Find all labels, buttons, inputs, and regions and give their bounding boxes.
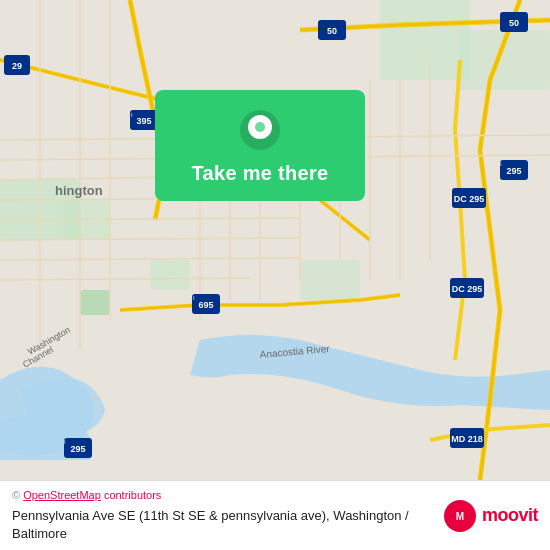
svg-text:50: 50 — [327, 26, 337, 36]
svg-text:M: M — [456, 511, 464, 522]
svg-rect-3 — [150, 260, 190, 290]
moovit-icon: M — [444, 500, 476, 532]
map-container: 29 50 50 I 395 I 695 DC 295 DC 295 MD 21… — [0, 0, 550, 480]
svg-rect-7 — [80, 290, 110, 315]
moovit-logo: M moovit — [444, 500, 538, 532]
svg-text:395: 395 — [136, 116, 151, 126]
osm-credit: © OpenStreetMap contributors — [12, 488, 434, 503]
svg-text:295: 295 — [70, 444, 85, 454]
svg-text:DC 295: DC 295 — [454, 194, 485, 204]
svg-text:50: 50 — [509, 18, 519, 28]
map-pin-icon — [238, 108, 282, 152]
svg-text:hington: hington — [55, 183, 103, 198]
svg-rect-6 — [300, 260, 360, 300]
take-me-there-overlay: Take me there — [155, 90, 365, 201]
footer-text: © OpenStreetMap contributors Pennsylvani… — [12, 488, 434, 544]
footer: © OpenStreetMap contributors Pennsylvani… — [0, 480, 550, 550]
map-svg: 29 50 50 I 395 I 695 DC 295 DC 295 MD 21… — [0, 0, 550, 480]
svg-text:DC 295: DC 295 — [452, 284, 483, 294]
svg-text:695: 695 — [198, 300, 213, 310]
take-me-there-button[interactable]: Take me there — [192, 162, 329, 185]
svg-rect-4 — [380, 0, 470, 80]
svg-text:MD 218: MD 218 — [451, 434, 483, 444]
svg-text:29: 29 — [12, 61, 22, 71]
location-text: Pennsylvania Ave SE (11th St SE & pennsy… — [12, 508, 409, 541]
svg-text:295: 295 — [506, 166, 521, 176]
moovit-text: moovit — [482, 505, 538, 526]
moovit-brand-icon: M — [451, 507, 469, 525]
osm-link[interactable]: OpenStreetMap — [23, 489, 101, 501]
